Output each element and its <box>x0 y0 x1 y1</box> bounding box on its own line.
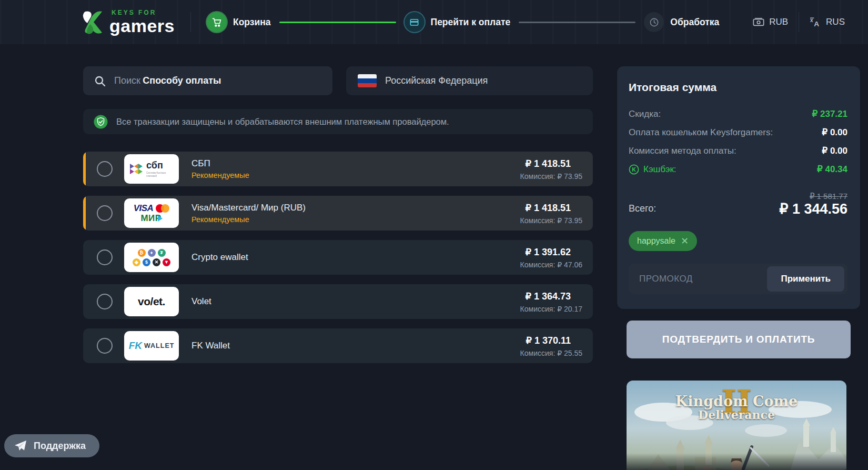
logo[interactable]: KEYS FOR gamers <box>82 9 175 35</box>
country-name: Российская Федерация <box>385 75 488 86</box>
fk-logo-text: FK <box>129 340 142 352</box>
header-divider <box>190 12 191 32</box>
promo-chip-label: happysale <box>637 236 675 246</box>
payment-price: ₽ 1 418.51 <box>525 158 571 169</box>
support-label: Поддержка <box>34 441 86 452</box>
crypto-logo: ₿ ♦ ₮ ◆ $ ✕ ▼ <box>124 243 179 272</box>
recommended-badge: Рекомендуемые <box>191 171 249 179</box>
summary-title: Итоговая сумма <box>629 81 847 94</box>
radio-button[interactable] <box>97 205 113 221</box>
svg-text:K: K <box>632 166 636 173</box>
payment-row-fk-wallet[interactable]: FK WALLET FK Wallet ₽ 1 370.11 Комиссия:… <box>83 328 593 363</box>
promo-chip-remove-icon[interactable]: ✕ <box>681 236 689 246</box>
payment-row-volet[interactable]: vo/et. Volet ₽ 1 364.73 Комиссия: ₽ 20.1… <box>83 284 593 319</box>
search-icon <box>94 75 106 87</box>
clock-icon <box>644 12 664 32</box>
summary-label: Комиссия метода оплаты: <box>629 146 736 156</box>
payment-name: Volet <box>191 296 211 307</box>
radio-button[interactable] <box>97 338 113 354</box>
eth-coin-icon: ♦ <box>148 249 156 257</box>
summary-label: Кэшбэк: <box>643 164 677 175</box>
step-cart[interactable]: Корзина <box>207 12 271 32</box>
step-cart-label: Корзина <box>233 17 271 28</box>
visa-logo-text: VISA <box>134 204 154 213</box>
total-old-price: ₽ 1 581.77 <box>779 192 847 201</box>
fk-wallet-logo-text: WALLET <box>144 342 174 349</box>
payment-price: ₽ 1 418.51 <box>525 202 571 214</box>
sbp-logo: сбп Система быстрых платежей <box>124 154 179 184</box>
radio-button[interactable] <box>97 161 113 177</box>
summary-value: ₽ 237.21 <box>812 108 847 119</box>
telegram-icon <box>14 439 27 452</box>
shield-check-icon <box>94 115 108 129</box>
payment-commission: Комиссия: ₽ 47.06 <box>520 261 582 269</box>
total-label: Всего: <box>629 203 656 214</box>
security-notice: Все транзакции защищены и обрабатываются… <box>83 109 593 134</box>
summary-value: ₽ 40.34 <box>817 164 847 175</box>
summary-label: Оплата кошельком Keysforgamers: <box>629 127 773 138</box>
payment-name: Visa/Mastercard/ Мир (RUB) <box>191 203 306 213</box>
product-strip: Easy key ₽ 1 581.77 ₽ 1 344.56 <box>627 453 846 470</box>
fk-wallet-logo: FK WALLET <box>124 331 179 361</box>
payment-commission: Комиссия: ₽ 20.17 <box>520 305 582 313</box>
payment-price: ₽ 1 370.11 <box>526 335 571 346</box>
visa-mc-mir-logo: VISA МИР <box>124 198 179 228</box>
confirm-and-pay-button[interactable]: ПОДТВЕРДИТЬ И ОПЛАТИТЬ <box>627 321 851 358</box>
payment-commission: Комиссия: ₽ 73.95 <box>520 216 582 225</box>
search-input[interactable]: Поиск Способу оплаты <box>83 66 332 95</box>
cart-icon <box>207 12 227 32</box>
country-selector[interactable]: Российская Федерация <box>346 66 593 95</box>
header-divider <box>799 12 799 32</box>
language-label: RUS <box>826 17 845 27</box>
volet-logo: vo/et. <box>124 287 179 316</box>
step-payment[interactable]: Перейти к оплате <box>405 12 511 32</box>
currency-selector[interactable]: RUB <box>753 17 788 27</box>
trx-coin-icon: ▼ <box>163 258 170 266</box>
search-placeholder-main: Способу оплаты <box>143 75 221 86</box>
language-selector[interactable]: x A RUS <box>810 17 845 27</box>
total-block: Всего: ₽ 1 581.77 ₽ 1 344.56 <box>629 192 847 217</box>
bnb-coin-icon: ◆ <box>133 258 140 266</box>
currency-label: RUB <box>769 17 788 27</box>
step-processing-label: Обработка <box>670 17 719 28</box>
progress-line-done <box>279 22 396 23</box>
logo-main-text: gamers <box>109 16 175 36</box>
mastercard-logo-icon <box>156 204 169 213</box>
product-card[interactable]: II Kingdom Come Deliverance Easy key ₽ 1… <box>627 381 846 470</box>
summary-value: ₽ 0.00 <box>822 127 847 138</box>
recommended-badge: Рекомендуемые <box>191 215 306 224</box>
payment-commission: Комиссия: ₽ 73.95 <box>520 172 582 181</box>
payment-row-sbp[interactable]: сбп Система быстрых платежей СБП Рекомен… <box>83 152 593 186</box>
game-title: Kingdom Come Deliverance <box>627 394 846 421</box>
security-notice-text: Все транзакции защищены и обрабатываются… <box>116 117 449 127</box>
russia-flag-icon <box>358 74 377 87</box>
total-price: ₽ 1 344.56 <box>779 201 847 217</box>
support-button[interactable]: Поддержка <box>4 434 99 457</box>
mir-logo-arrow-icon <box>158 215 163 222</box>
payment-commission: Комиссия: ₽ 25.55 <box>520 349 582 357</box>
radio-button[interactable] <box>97 249 113 265</box>
sbp-logo-text: сбп <box>146 160 163 171</box>
summary-value: ₽ 0.00 <box>822 145 847 156</box>
apply-promo-button[interactable]: Применить <box>767 266 844 292</box>
payment-name: FK Wallet <box>191 341 230 351</box>
summary-row-discount: Скидка: ₽ 237.21 <box>629 108 847 119</box>
payment-row-visa-mc-mir[interactable]: VISA МИР Visa/Mastercard/ Мир (RUB) Реко… <box>83 196 593 231</box>
progress-line-pending <box>519 22 635 23</box>
step-processing: Обработка <box>644 12 719 32</box>
summary-label: Скидка: <box>629 109 661 119</box>
payment-row-crypto[interactable]: ₿ ♦ ₮ ◆ $ ✕ ▼ Crypto ewallet <box>83 240 593 275</box>
step-payment-label: Перейти к оплате <box>431 17 511 28</box>
checkout-steps: Корзина Перейти к оплате Обработка <box>207 12 719 32</box>
summary-row-cashback: K Кэшбэк: ₽ 40.34 <box>629 164 847 175</box>
promo-chip[interactable]: happysale ✕ <box>629 231 697 251</box>
volet-logo-text: vo/et. <box>138 295 165 308</box>
summary-row-commission: Комиссия метода оплаты: ₽ 0.00 <box>629 145 847 156</box>
summary-row-wallet: Оплата кошельком Keysforgamers: ₽ 0.00 <box>629 127 847 138</box>
radio-button[interactable] <box>97 294 113 309</box>
usdc-coin-icon: $ <box>143 258 150 266</box>
cashback-icon: K <box>629 164 639 175</box>
keysforgamers-logo-icon <box>82 11 104 35</box>
promo-code-input[interactable]: ПРОМОКОД Применить <box>629 264 847 294</box>
order-summary-panel: Итоговая сумма Скидка: ₽ 237.21 Оплата к… <box>617 66 860 309</box>
